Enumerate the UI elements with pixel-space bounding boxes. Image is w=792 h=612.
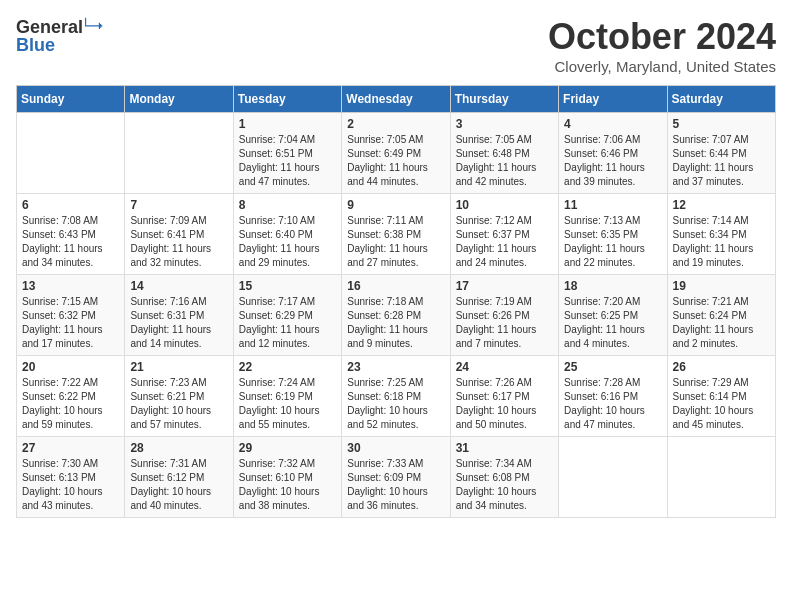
daylight-text: Daylight: 11 hours and 19 minutes. (673, 243, 754, 268)
sunset-text: Sunset: 6:08 PM (456, 472, 530, 483)
calendar-cell: 10 Sunrise: 7:12 AM Sunset: 6:37 PM Dayl… (450, 194, 558, 275)
day-number: 26 (673, 360, 770, 374)
weekday-header-saturday: Saturday (667, 86, 775, 113)
day-info: Sunrise: 7:10 AM Sunset: 6:40 PM Dayligh… (239, 214, 336, 270)
day-number: 8 (239, 198, 336, 212)
day-info: Sunrise: 7:05 AM Sunset: 6:49 PM Dayligh… (347, 133, 444, 189)
calendar-cell: 8 Sunrise: 7:10 AM Sunset: 6:40 PM Dayli… (233, 194, 341, 275)
daylight-text: Daylight: 11 hours and 2 minutes. (673, 324, 754, 349)
sunrise-text: Sunrise: 7:23 AM (130, 377, 206, 388)
logo-blue-text: Blue (16, 35, 55, 56)
title-block: October 2024 Cloverly, Maryland, United … (548, 16, 776, 75)
logo-bird-icon: ⮡ (84, 16, 104, 39)
day-info: Sunrise: 7:05 AM Sunset: 6:48 PM Dayligh… (456, 133, 553, 189)
sunset-text: Sunset: 6:46 PM (564, 148, 638, 159)
calendar-cell: 5 Sunrise: 7:07 AM Sunset: 6:44 PM Dayli… (667, 113, 775, 194)
sunrise-text: Sunrise: 7:11 AM (347, 215, 423, 226)
sunrise-text: Sunrise: 7:06 AM (564, 134, 640, 145)
daylight-text: Daylight: 11 hours and 34 minutes. (22, 243, 103, 268)
sunset-text: Sunset: 6:10 PM (239, 472, 313, 483)
day-number: 22 (239, 360, 336, 374)
location-text: Cloverly, Maryland, United States (548, 58, 776, 75)
weekday-header-tuesday: Tuesday (233, 86, 341, 113)
calendar-cell: 20 Sunrise: 7:22 AM Sunset: 6:22 PM Dayl… (17, 356, 125, 437)
day-info: Sunrise: 7:08 AM Sunset: 6:43 PM Dayligh… (22, 214, 119, 270)
daylight-text: Daylight: 11 hours and 39 minutes. (564, 162, 645, 187)
day-number: 7 (130, 198, 227, 212)
calendar-cell: 17 Sunrise: 7:19 AM Sunset: 6:26 PM Dayl… (450, 275, 558, 356)
sunset-text: Sunset: 6:35 PM (564, 229, 638, 240)
calendar-cell: 23 Sunrise: 7:25 AM Sunset: 6:18 PM Dayl… (342, 356, 450, 437)
sunrise-text: Sunrise: 7:14 AM (673, 215, 749, 226)
day-number: 25 (564, 360, 661, 374)
sunset-text: Sunset: 6:48 PM (456, 148, 530, 159)
day-number: 11 (564, 198, 661, 212)
daylight-text: Daylight: 11 hours and 24 minutes. (456, 243, 537, 268)
sunrise-text: Sunrise: 7:26 AM (456, 377, 532, 388)
sunset-text: Sunset: 6:38 PM (347, 229, 421, 240)
calendar-cell (667, 437, 775, 518)
daylight-text: Daylight: 11 hours and 42 minutes. (456, 162, 537, 187)
day-number: 5 (673, 117, 770, 131)
sunset-text: Sunset: 6:18 PM (347, 391, 421, 402)
day-info: Sunrise: 7:26 AM Sunset: 6:17 PM Dayligh… (456, 376, 553, 432)
day-info: Sunrise: 7:20 AM Sunset: 6:25 PM Dayligh… (564, 295, 661, 351)
calendar-header: SundayMondayTuesdayWednesdayThursdayFrid… (17, 86, 776, 113)
calendar-cell: 31 Sunrise: 7:34 AM Sunset: 6:08 PM Dayl… (450, 437, 558, 518)
day-number: 30 (347, 441, 444, 455)
day-info: Sunrise: 7:32 AM Sunset: 6:10 PM Dayligh… (239, 457, 336, 513)
calendar-cell: 29 Sunrise: 7:32 AM Sunset: 6:10 PM Dayl… (233, 437, 341, 518)
day-number: 6 (22, 198, 119, 212)
weekday-header-sunday: Sunday (17, 86, 125, 113)
sunrise-text: Sunrise: 7:12 AM (456, 215, 532, 226)
sunrise-text: Sunrise: 7:10 AM (239, 215, 315, 226)
sunset-text: Sunset: 6:44 PM (673, 148, 747, 159)
calendar-cell: 28 Sunrise: 7:31 AM Sunset: 6:12 PM Dayl… (125, 437, 233, 518)
day-info: Sunrise: 7:12 AM Sunset: 6:37 PM Dayligh… (456, 214, 553, 270)
calendar-cell: 3 Sunrise: 7:05 AM Sunset: 6:48 PM Dayli… (450, 113, 558, 194)
sunset-text: Sunset: 6:25 PM (564, 310, 638, 321)
sunrise-text: Sunrise: 7:29 AM (673, 377, 749, 388)
daylight-text: Daylight: 10 hours and 43 minutes. (22, 486, 103, 511)
sunset-text: Sunset: 6:31 PM (130, 310, 204, 321)
daylight-text: Daylight: 11 hours and 12 minutes. (239, 324, 320, 349)
sunset-text: Sunset: 6:09 PM (347, 472, 421, 483)
calendar-week-5: 27 Sunrise: 7:30 AM Sunset: 6:13 PM Dayl… (17, 437, 776, 518)
sunrise-text: Sunrise: 7:33 AM (347, 458, 423, 469)
day-info: Sunrise: 7:28 AM Sunset: 6:16 PM Dayligh… (564, 376, 661, 432)
sunrise-text: Sunrise: 7:08 AM (22, 215, 98, 226)
day-info: Sunrise: 7:33 AM Sunset: 6:09 PM Dayligh… (347, 457, 444, 513)
day-info: Sunrise: 7:17 AM Sunset: 6:29 PM Dayligh… (239, 295, 336, 351)
sunset-text: Sunset: 6:16 PM (564, 391, 638, 402)
daylight-text: Daylight: 10 hours and 40 minutes. (130, 486, 211, 511)
sunrise-text: Sunrise: 7:09 AM (130, 215, 206, 226)
calendar-cell: 12 Sunrise: 7:14 AM Sunset: 6:34 PM Dayl… (667, 194, 775, 275)
sunset-text: Sunset: 6:34 PM (673, 229, 747, 240)
day-number: 1 (239, 117, 336, 131)
day-number: 20 (22, 360, 119, 374)
sunrise-text: Sunrise: 7:18 AM (347, 296, 423, 307)
daylight-text: Daylight: 10 hours and 52 minutes. (347, 405, 428, 430)
day-info: Sunrise: 7:23 AM Sunset: 6:21 PM Dayligh… (130, 376, 227, 432)
day-number: 17 (456, 279, 553, 293)
calendar-cell: 15 Sunrise: 7:17 AM Sunset: 6:29 PM Dayl… (233, 275, 341, 356)
sunset-text: Sunset: 6:12 PM (130, 472, 204, 483)
sunrise-text: Sunrise: 7:15 AM (22, 296, 98, 307)
daylight-text: Daylight: 11 hours and 9 minutes. (347, 324, 428, 349)
daylight-text: Daylight: 11 hours and 4 minutes. (564, 324, 645, 349)
calendar-cell: 25 Sunrise: 7:28 AM Sunset: 6:16 PM Dayl… (559, 356, 667, 437)
sunset-text: Sunset: 6:14 PM (673, 391, 747, 402)
day-number: 31 (456, 441, 553, 455)
daylight-text: Daylight: 10 hours and 59 minutes. (22, 405, 103, 430)
logo: General ⮡ Blue (16, 16, 105, 56)
sunset-text: Sunset: 6:24 PM (673, 310, 747, 321)
day-number: 15 (239, 279, 336, 293)
daylight-text: Daylight: 10 hours and 57 minutes. (130, 405, 211, 430)
daylight-text: Daylight: 10 hours and 45 minutes. (673, 405, 754, 430)
calendar-cell: 14 Sunrise: 7:16 AM Sunset: 6:31 PM Dayl… (125, 275, 233, 356)
sunset-text: Sunset: 6:13 PM (22, 472, 96, 483)
weekday-header-monday: Monday (125, 86, 233, 113)
sunset-text: Sunset: 6:28 PM (347, 310, 421, 321)
day-number: 18 (564, 279, 661, 293)
sunset-text: Sunset: 6:29 PM (239, 310, 313, 321)
